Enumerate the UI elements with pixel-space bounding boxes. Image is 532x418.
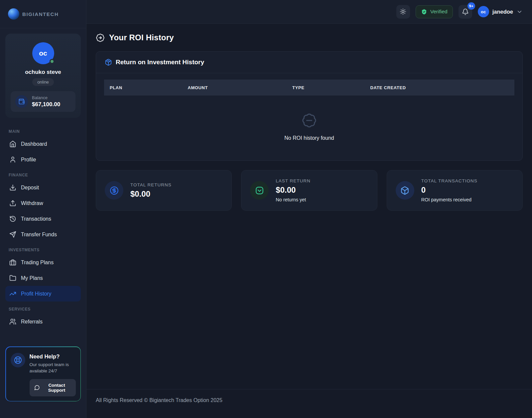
nav-section-services: SERVICES [9, 307, 77, 312]
briefcase-icon [9, 259, 16, 266]
wallet-icon [15, 95, 28, 108]
notifications-button[interactable]: 9+ [459, 5, 472, 19]
topbar: Verified 9+ oc janedoe [86, 0, 532, 24]
square-chevron-down-icon [250, 181, 269, 200]
balance-box: Balance $67,100.00 [11, 91, 75, 112]
roi-history-card: Return on Investment History PLAN AMOUNT… [96, 51, 523, 161]
empty-state: No ROI history found [96, 96, 522, 160]
contact-support-button[interactable]: Contact Support [30, 379, 76, 396]
package-icon [105, 59, 112, 66]
balance-value: $67,100.00 [32, 101, 60, 108]
download-icon [9, 184, 16, 191]
sidebar-item-label: Profile [21, 157, 36, 163]
roi-table-header: PLAN AMOUNT TYPE DATE CREATED [104, 80, 514, 96]
stat-value: 0 [421, 185, 477, 195]
stat-value: $0.00 [276, 185, 311, 195]
sidebar-item-label: Transactions [21, 216, 51, 222]
stat-label: TOTAL TRANSACTIONS [421, 178, 477, 183]
upload-icon [9, 200, 16, 207]
brand-logo-icon [8, 8, 19, 20]
sidebar-item-label: Withdraw [21, 200, 43, 206]
cube-icon [396, 181, 414, 200]
stat-card-total-returns: TOTAL RETURNS $0.00 [96, 170, 232, 211]
send-icon [9, 231, 16, 238]
nav-section-finance: FINANCE [9, 173, 77, 177]
user-menu[interactable]: oc janedoe [478, 6, 523, 17]
sidebar-item-label: My Plans [21, 275, 43, 281]
stat-card-last-return: LAST RETURN $0.00 No returns yet [241, 170, 377, 211]
sidebar-item-profit-history[interactable]: Profit History [5, 286, 81, 302]
brand: BIGIANTECH [0, 0, 86, 28]
brand-name: BIGIANTECH [22, 11, 59, 17]
badge-arrow-icon [96, 33, 105, 42]
stat-label: TOTAL RETURNS [130, 182, 172, 187]
sidebar-item-transfer-funds[interactable]: Transfer Funds [5, 227, 81, 242]
help-text: Our support team is available 24/7 [30, 362, 76, 374]
contact-support-label: Contact Support [43, 383, 71, 393]
dollar-circle-icon [105, 181, 123, 200]
folder-icon [9, 275, 16, 282]
copyright-text: All Rights Reserved © Bigiantech Trades … [96, 397, 222, 403]
nav-section-investments: INVESTMENTS [9, 248, 77, 252]
sidebar-item-deposit[interactable]: Deposit [5, 180, 81, 195]
home-icon [9, 140, 16, 147]
user-name: janedoe [492, 9, 513, 15]
user-icon [9, 156, 16, 163]
users-icon [9, 318, 16, 325]
column-header-amount: AMOUNT [182, 85, 287, 90]
notification-count-badge: 9+ [467, 2, 475, 10]
stats-row: TOTAL RETURNS $0.00 LAST RETURN $0.00 No… [96, 170, 523, 211]
sidebar-item-label: Trading Plans [21, 260, 54, 266]
stat-card-total-transactions: TOTAL TRANSACTIONS 0 ROI payments receiv… [387, 170, 523, 211]
status-badge: online [32, 78, 54, 86]
sidebar-item-trading-plans[interactable]: Trading Plans [5, 255, 81, 270]
chevron-down-icon [516, 9, 523, 15]
sidebar: BIGIANTECH oc ochuko steve online Balanc… [0, 0, 86, 418]
profile-card: oc ochuko steve online Balance $67,100.0… [5, 34, 81, 118]
chat-icon [34, 385, 40, 390]
history-icon [9, 215, 16, 222]
empty-state-text: No ROI history found [284, 135, 334, 141]
sidebar-item-referrals[interactable]: Referrals [5, 314, 81, 329]
column-header-type: TYPE [287, 85, 364, 90]
help-title: Need Help? [30, 353, 76, 360]
profile-name: ochuko steve [11, 69, 75, 76]
sidebar-item-label: Profit History [21, 291, 52, 297]
lifebuoy-icon [11, 353, 25, 367]
sidebar-item-label: Referrals [21, 319, 43, 325]
sidebar-nav: MAIN Dashboard Profile FINANCE Deposit W… [0, 123, 86, 329]
balance-label: Balance [32, 95, 60, 100]
user-avatar: oc [478, 6, 489, 17]
content: Your ROI History Return on Investment Hi… [86, 24, 532, 389]
avatar: oc [32, 42, 54, 64]
help-card: Need Help? Our support team is available… [5, 346, 81, 401]
column-header-plan: PLAN [104, 85, 182, 90]
verified-badge: Verified [416, 5, 453, 18]
nav-section-main: MAIN [9, 129, 77, 134]
sidebar-item-label: Transfer Funds [21, 232, 57, 238]
page-title: Your ROI History [109, 33, 174, 42]
verified-label: Verified [430, 9, 448, 15]
trending-up-icon [9, 290, 16, 297]
sidebar-item-transactions[interactable]: Transactions [5, 211, 81, 227]
badge-minus-icon [302, 113, 317, 128]
theme-toggle-button[interactable] [396, 5, 410, 19]
sun-icon [400, 8, 406, 15]
stat-value: $0.00 [130, 189, 172, 199]
main-column: Verified 9+ oc janedoe Your ROI History … [86, 0, 532, 418]
sidebar-item-my-plans[interactable]: My Plans [5, 270, 81, 286]
sidebar-item-profile[interactable]: Profile [5, 152, 81, 167]
sidebar-item-label: Dashboard [21, 141, 47, 147]
stat-label: LAST RETURN [276, 178, 311, 183]
shield-check-icon [421, 9, 427, 15]
stat-subtext: No returns yet [276, 197, 311, 202]
roi-card-title: Return on Investment History [116, 59, 204, 66]
sidebar-item-label: Deposit [21, 185, 39, 191]
sidebar-item-withdraw[interactable]: Withdraw [5, 195, 81, 211]
bell-icon [462, 8, 469, 15]
stat-subtext: ROI payments received [421, 197, 477, 202]
footer: All Rights Reserved © Bigiantech Trades … [86, 389, 532, 418]
sidebar-item-dashboard[interactable]: Dashboard [5, 136, 81, 152]
online-status-dot [50, 59, 55, 64]
column-header-date-created: DATE CREATED [365, 85, 514, 90]
